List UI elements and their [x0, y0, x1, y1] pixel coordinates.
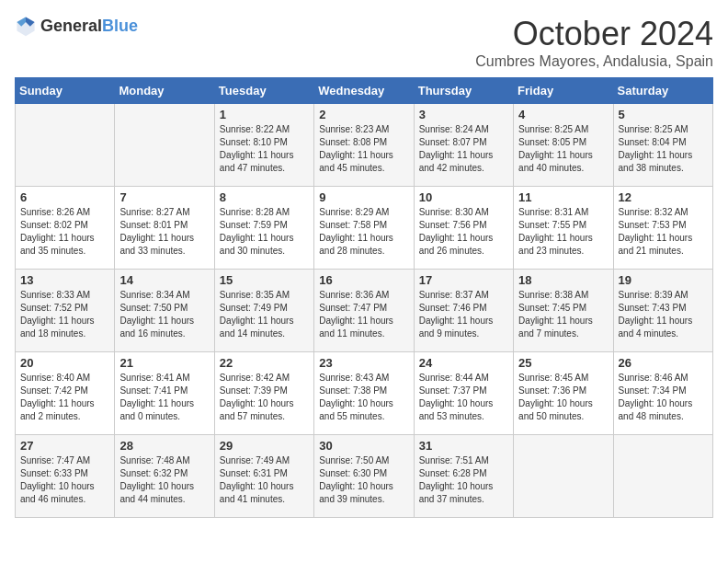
day-number: 20: [20, 356, 109, 370]
calendar-cell: 6Sunrise: 8:26 AMSunset: 8:02 PMDaylight…: [16, 187, 115, 270]
day-number: 29: [220, 439, 309, 453]
calendar-cell: 11Sunrise: 8:31 AMSunset: 7:55 PMDayligh…: [514, 187, 613, 270]
day-info: Sunrise: 8:36 AMSunset: 7:47 PMDaylight:…: [319, 289, 408, 340]
calendar-cell: 22Sunrise: 8:42 AMSunset: 7:39 PMDayligh…: [214, 352, 313, 435]
day-info: Sunrise: 8:35 AMSunset: 7:49 PMDaylight:…: [220, 289, 309, 340]
day-info: Sunrise: 7:48 AMSunset: 6:32 PMDaylight:…: [119, 454, 209, 506]
column-header-sunday: Sunday: [16, 78, 115, 104]
calendar-cell: 30Sunrise: 7:50 AMSunset: 6:30 PMDayligh…: [314, 435, 414, 518]
day-info: Sunrise: 8:22 AMSunset: 8:10 PMDaylight:…: [220, 123, 309, 175]
calendar-cell: 27Sunrise: 7:47 AMSunset: 6:33 PMDayligh…: [16, 435, 115, 518]
day-info: Sunrise: 7:51 AMSunset: 6:28 PMDaylight:…: [419, 454, 508, 506]
week-row-3: 13Sunrise: 8:33 AMSunset: 7:52 PMDayligh…: [16, 270, 713, 352]
day-info: Sunrise: 8:46 AMSunset: 7:34 PMDaylight:…: [619, 372, 708, 423]
week-row-5: 27Sunrise: 7:47 AMSunset: 6:33 PMDayligh…: [16, 435, 713, 518]
day-number: 12: [619, 190, 708, 204]
day-info: Sunrise: 7:49 AMSunset: 6:31 PMDaylight:…: [220, 454, 309, 506]
calendar-cell: 17Sunrise: 8:37 AMSunset: 7:46 PMDayligh…: [414, 270, 513, 352]
calendar-cell: 20Sunrise: 8:40 AMSunset: 7:42 PMDayligh…: [16, 352, 115, 435]
day-info: Sunrise: 8:28 AMSunset: 7:59 PMDaylight:…: [220, 206, 309, 258]
day-info: Sunrise: 8:38 AMSunset: 7:45 PMDaylight:…: [518, 289, 608, 340]
day-number: 27: [20, 439, 109, 453]
calendar-cell: 2Sunrise: 8:23 AMSunset: 8:08 PMDaylight…: [314, 104, 414, 187]
calendar-cell: [115, 104, 214, 187]
day-number: 28: [119, 439, 209, 453]
calendar-cell: 24Sunrise: 8:44 AMSunset: 7:37 PMDayligh…: [414, 352, 513, 435]
day-number: 8: [220, 190, 309, 204]
day-info: Sunrise: 8:45 AMSunset: 7:36 PMDaylight:…: [518, 372, 608, 423]
calendar-cell: 31Sunrise: 7:51 AMSunset: 6:28 PMDayligh…: [414, 435, 513, 518]
calendar-cell: 23Sunrise: 8:43 AMSunset: 7:38 PMDayligh…: [314, 352, 414, 435]
calendar-cell: 21Sunrise: 8:41 AMSunset: 7:41 PMDayligh…: [115, 352, 214, 435]
column-header-friday: Friday: [514, 78, 613, 104]
day-number: 17: [419, 273, 508, 287]
week-row-1: 1Sunrise: 8:22 AMSunset: 8:10 PMDaylight…: [16, 104, 713, 187]
week-row-4: 20Sunrise: 8:40 AMSunset: 7:42 PMDayligh…: [16, 352, 713, 435]
column-header-tuesday: Tuesday: [214, 78, 313, 104]
calendar-cell: 10Sunrise: 8:30 AMSunset: 7:56 PMDayligh…: [414, 187, 513, 270]
header-row: SundayMondayTuesdayWednesdayThursdayFrid…: [16, 78, 713, 104]
day-info: Sunrise: 8:26 AMSunset: 8:02 PMDaylight:…: [20, 206, 109, 258]
day-number: 22: [220, 356, 309, 370]
day-number: 24: [419, 356, 508, 370]
day-number: 13: [20, 273, 109, 287]
day-info: Sunrise: 8:27 AMSunset: 8:01 PMDaylight:…: [119, 206, 209, 258]
day-info: Sunrise: 7:47 AMSunset: 6:33 PMDaylight:…: [20, 454, 109, 506]
calendar-cell: 26Sunrise: 8:46 AMSunset: 7:34 PMDayligh…: [613, 352, 712, 435]
day-number: 23: [319, 356, 408, 370]
day-info: Sunrise: 8:32 AMSunset: 7:53 PMDaylight:…: [619, 206, 708, 258]
day-info: Sunrise: 8:37 AMSunset: 7:46 PMDaylight:…: [419, 289, 508, 340]
day-number: 4: [518, 108, 608, 121]
day-info: Sunrise: 8:44 AMSunset: 7:37 PMDaylight:…: [419, 372, 508, 423]
day-info: Sunrise: 7:50 AMSunset: 6:30 PMDaylight:…: [319, 454, 408, 506]
calendar-cell: 3Sunrise: 8:24 AMSunset: 8:07 PMDaylight…: [414, 104, 513, 187]
day-number: 3: [419, 108, 508, 121]
calendar-cell: 13Sunrise: 8:33 AMSunset: 7:52 PMDayligh…: [16, 270, 115, 352]
logo-general: General: [40, 17, 102, 35]
day-number: 18: [518, 273, 608, 287]
calendar-cell: [16, 104, 115, 187]
calendar-cell: 29Sunrise: 7:49 AMSunset: 6:31 PMDayligh…: [214, 435, 313, 518]
calendar-cell: [514, 435, 613, 518]
day-info: Sunrise: 8:33 AMSunset: 7:52 PMDaylight:…: [20, 289, 109, 340]
week-row-2: 6Sunrise: 8:26 AMSunset: 8:02 PMDaylight…: [16, 187, 713, 270]
day-info: Sunrise: 8:30 AMSunset: 7:56 PMDaylight:…: [419, 206, 508, 258]
calendar-cell: 25Sunrise: 8:45 AMSunset: 7:36 PMDayligh…: [514, 352, 613, 435]
column-header-thursday: Thursday: [414, 78, 513, 104]
day-number: 15: [220, 273, 309, 287]
calendar-cell: 15Sunrise: 8:35 AMSunset: 7:49 PMDayligh…: [214, 270, 313, 352]
column-header-wednesday: Wednesday: [314, 78, 414, 104]
calendar-cell: 12Sunrise: 8:32 AMSunset: 7:53 PMDayligh…: [613, 187, 712, 270]
day-number: 5: [619, 108, 708, 121]
day-info: Sunrise: 8:34 AMSunset: 7:50 PMDaylight:…: [119, 289, 209, 340]
day-number: 6: [20, 190, 109, 204]
calendar-cell: 1Sunrise: 8:22 AMSunset: 8:10 PMDaylight…: [214, 104, 313, 187]
calendar-header: SundayMondayTuesdayWednesdayThursdayFrid…: [16, 78, 713, 104]
calendar-cell: 5Sunrise: 8:25 AMSunset: 8:04 PMDaylight…: [613, 104, 712, 187]
calendar-cell: 14Sunrise: 8:34 AMSunset: 7:50 PMDayligh…: [115, 270, 214, 352]
logo-icon: [15, 15, 37, 37]
page-header: GeneralBlue October 2024 Cumbres Mayores…: [15, 15, 713, 70]
day-number: 9: [319, 190, 408, 204]
day-number: 10: [419, 190, 508, 204]
month-year-title: October 2024: [475, 15, 713, 53]
day-info: Sunrise: 8:39 AMSunset: 7:43 PMDaylight:…: [619, 289, 708, 340]
day-number: 7: [119, 190, 209, 204]
day-number: 11: [518, 190, 608, 204]
calendar-cell: 9Sunrise: 8:29 AMSunset: 7:58 PMDaylight…: [314, 187, 414, 270]
logo: GeneralBlue: [15, 15, 138, 37]
logo-blue: Blue: [102, 17, 138, 35]
calendar-cell: [613, 435, 712, 518]
calendar-cell: 7Sunrise: 8:27 AMSunset: 8:01 PMDaylight…: [115, 187, 214, 270]
day-info: Sunrise: 8:25 AMSunset: 8:04 PMDaylight:…: [619, 123, 708, 175]
day-info: Sunrise: 8:31 AMSunset: 7:55 PMDaylight:…: [518, 206, 608, 258]
day-number: 19: [619, 273, 708, 287]
day-info: Sunrise: 8:43 AMSunset: 7:38 PMDaylight:…: [319, 372, 408, 423]
title-block: October 2024 Cumbres Mayores, Andalusia,…: [475, 15, 713, 70]
day-number: 16: [319, 273, 408, 287]
day-number: 2: [319, 108, 408, 121]
day-number: 25: [518, 356, 608, 370]
day-info: Sunrise: 8:41 AMSunset: 7:41 PMDaylight:…: [119, 372, 209, 423]
location-subtitle: Cumbres Mayores, Andalusia, Spain: [475, 53, 713, 70]
column-header-monday: Monday: [115, 78, 214, 104]
